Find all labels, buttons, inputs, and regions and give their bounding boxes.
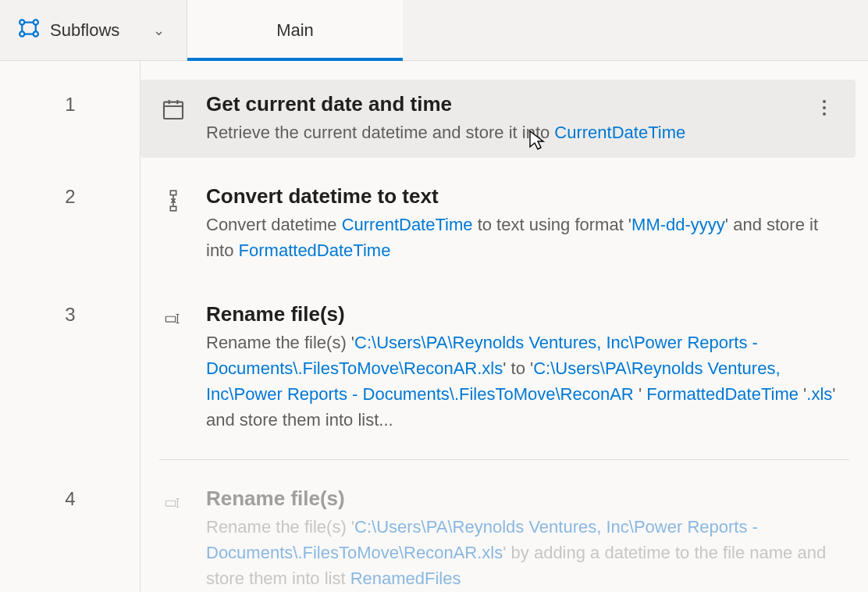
variable-ref[interactable]: FormattedDateTime (646, 384, 799, 404)
step-list: 1 Get current date and time Retrieve the… (141, 61, 868, 592)
subflows-icon (17, 16, 41, 45)
variable-ref[interactable]: CurrentDateTime (554, 123, 685, 142)
step-number: 4 (0, 474, 141, 510)
rename-icon (158, 302, 189, 330)
action-description: Rename the file(s) 'C:\Users\PA\Reynolds… (206, 330, 838, 433)
more-options-button[interactable] (810, 92, 838, 116)
svg-rect-5 (170, 191, 176, 195)
svg-rect-8 (165, 501, 175, 506)
flow-area: 1 Get current date and time Retrieve the… (0, 61, 868, 592)
step-row[interactable]: 2 Convert datetime to text Convert datet… (153, 172, 856, 276)
step-row[interactable]: 3 Rename file(s) Rename the file(s) 'C:\… (153, 290, 856, 445)
svg-point-1 (34, 20, 38, 24)
action-title: Convert datetime to text (206, 184, 838, 209)
action-card[interactable]: Rename file(s) Rename the file(s) 'C:\Us… (141, 290, 856, 445)
variable-ref[interactable]: FormattedDateTime (239, 241, 391, 260)
action-card[interactable]: Get current date and time Retrieve the c… (141, 80, 856, 158)
action-body: Get current date and time Retrieve the c… (206, 92, 793, 145)
variable-ref[interactable]: CurrentDateTime (342, 215, 473, 234)
step-row[interactable]: 4 Rename file(s) Rename the file(s) 'C:\… (153, 474, 856, 592)
action-body: Convert datetime to text Convert datetim… (206, 184, 838, 263)
literal-value: MM-dd-yyyy (631, 215, 725, 234)
svg-point-2 (20, 31, 24, 36)
svg-rect-4 (164, 102, 183, 119)
calendar-icon (158, 92, 189, 122)
literal-value: .xls (806, 384, 832, 404)
step-row[interactable]: 1 Get current date and time Retrieve the… (153, 80, 856, 158)
chevron-down-icon: ⌄ (153, 22, 165, 39)
action-card[interactable]: Rename file(s) Rename the file(s) 'C:\Us… (141, 474, 856, 592)
action-description: Convert datetime CurrentDateTime to text… (206, 212, 838, 263)
action-title: Rename file(s) (206, 487, 838, 511)
step-number: 1 (0, 80, 141, 116)
step-number: 3 (0, 290, 141, 326)
action-body: Rename file(s) Rename the file(s) 'C:\Us… (206, 302, 838, 433)
svg-rect-7 (165, 316, 175, 322)
action-body: Rename file(s) Rename the file(s) 'C:\Us… (206, 487, 838, 591)
step-number-gutter (0, 61, 141, 592)
action-description: Rename the file(s) 'C:\Users\PA\Reynolds… (206, 514, 838, 591)
subflows-label: Subflows (50, 20, 119, 41)
variable-ref[interactable]: RenamedFiles (350, 569, 461, 588)
action-title: Get current date and time (206, 92, 793, 116)
svg-point-0 (20, 20, 24, 24)
divider (159, 459, 849, 460)
convert-icon (158, 184, 189, 212)
tab-main[interactable]: Main (187, 0, 403, 60)
svg-point-3 (34, 31, 38, 36)
top-bar: Subflows ⌄ Main (0, 0, 868, 61)
svg-rect-6 (170, 206, 176, 211)
action-description: Retrieve the current datetime and store … (206, 119, 793, 145)
action-title: Rename file(s) (206, 302, 838, 326)
tab-label: Main (276, 20, 314, 41)
action-card[interactable]: Convert datetime to text Convert datetim… (141, 172, 856, 276)
step-number: 2 (0, 172, 141, 208)
rename-icon (158, 487, 189, 515)
subflows-dropdown[interactable]: Subflows ⌄ (0, 0, 187, 60)
